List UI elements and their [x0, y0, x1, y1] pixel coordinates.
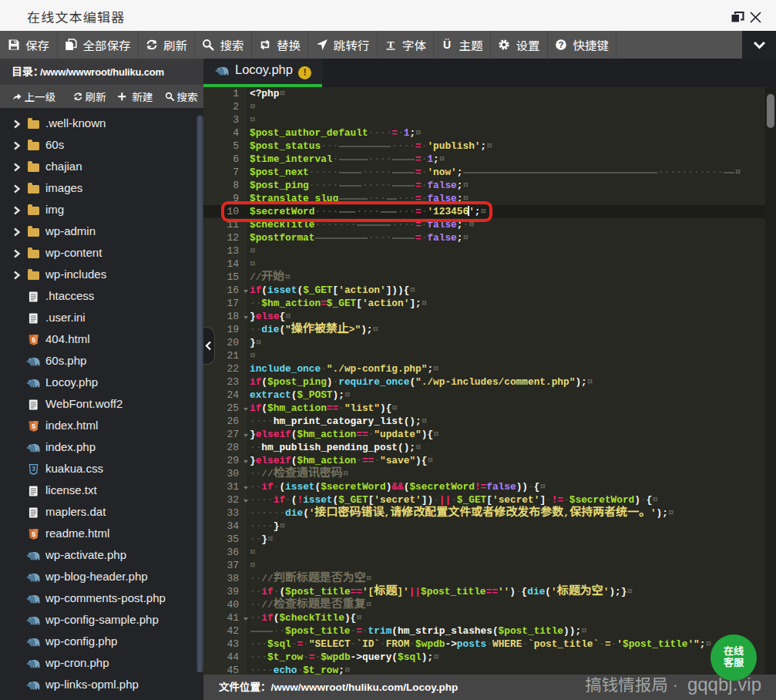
svg-text:?: ?: [559, 40, 564, 49]
svg-text:3: 3: [32, 465, 35, 473]
svg-text:5: 5: [32, 336, 35, 344]
svg-text:5: 5: [32, 422, 35, 430]
svg-text:5: 5: [32, 530, 35, 538]
svg-text:Ü: Ü: [443, 39, 451, 51]
svg-text:T: T: [387, 39, 394, 50]
